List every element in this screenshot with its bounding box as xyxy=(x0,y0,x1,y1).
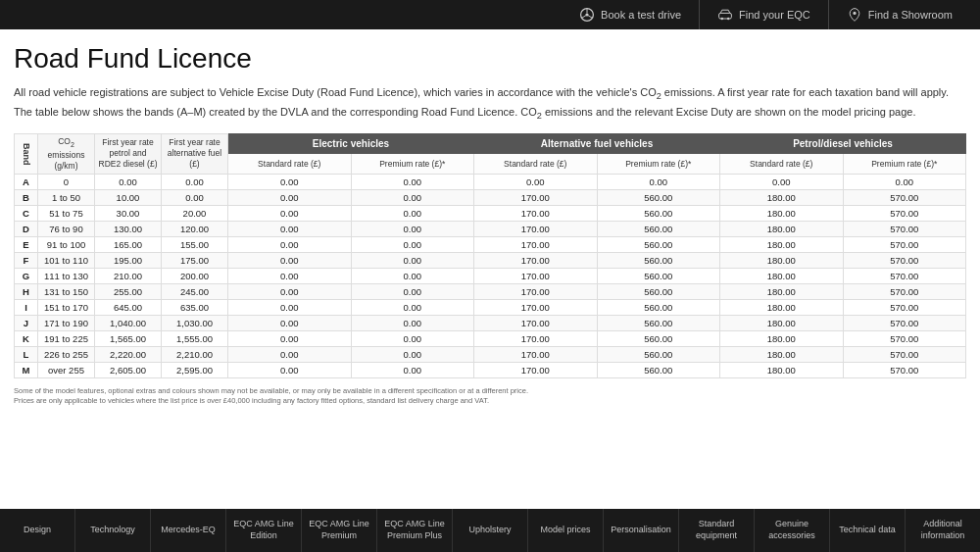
find-showroom-label: Find a Showroom xyxy=(868,9,953,21)
footer-note-2: Prices are only applicable to vehicles w… xyxy=(14,396,966,407)
ev-prem-rate-header: Premium rate (£)* xyxy=(351,154,474,175)
bottom-nav-model-prices[interactable]: Model prices xyxy=(528,509,604,552)
table-row: I151 to 170645.00635.000.000.00170.00560… xyxy=(15,299,966,315)
table-row: A00.000.000.000.000.000.000.000.00 xyxy=(15,174,966,189)
find-showroom-nav[interactable]: Find a Showroom xyxy=(828,0,970,29)
bottom-nav-upholstery[interactable]: Upholstery xyxy=(453,509,528,552)
table-row: D76 to 90130.00120.000.000.00170.00560.0… xyxy=(15,221,966,236)
top-navigation: Book a test drive Find your EQC Find a S… xyxy=(0,0,980,29)
table-row: G111 to 130210.00200.000.000.00170.00560… xyxy=(15,268,966,283)
bottom-nav-eqc-amg-edition[interactable]: EQC AMG Line Edition xyxy=(226,509,302,552)
table-row: L226 to 2552,220.002,210.000.000.00170.0… xyxy=(15,346,966,362)
svg-point-7 xyxy=(727,18,729,20)
table-row: K191 to 2251,565.001,555.000.000.00170.0… xyxy=(15,330,966,346)
alternative-group-header: Alternative fuel vehicles xyxy=(474,133,720,153)
svg-point-8 xyxy=(853,12,856,15)
book-test-drive-nav[interactable]: Book a test drive xyxy=(562,0,699,29)
pet-prem-rate-header: Premium rate (£)* xyxy=(843,154,966,175)
band-header: Band xyxy=(15,133,38,174)
co2-header: CO2 emissions (g/km) xyxy=(38,133,95,174)
table-row: C51 to 7530.0020.000.000.00170.00560.001… xyxy=(15,205,966,221)
steering-wheel-icon xyxy=(579,7,595,23)
tax-table-wrapper: Band CO2 emissions (g/km) First year rat… xyxy=(14,133,966,378)
main-content: Road Fund Licence All road vehicle regis… xyxy=(0,29,980,417)
road-fund-table: Band CO2 emissions (g/km) First year rat… xyxy=(14,133,966,378)
bottom-nav-eqc-amg-premium[interactable]: EQC AMG Line Premium xyxy=(302,509,377,552)
bottom-nav-standard-equipment[interactable]: Standard equipment xyxy=(679,509,755,552)
table-row: J171 to 1901,040.001,030.000.000.00170.0… xyxy=(15,315,966,330)
bottom-nav-additional-info[interactable]: Additional information xyxy=(906,509,980,552)
bottom-nav-technical-data[interactable]: Technical data xyxy=(830,509,906,552)
bottom-navigation: Design Technology Mercedes-EQ EQC AMG Li… xyxy=(0,509,980,552)
petrol-group-header: Petrol/diesel vehicles xyxy=(720,133,966,153)
first-year-alt-header: First year rate alternative fuel (£) xyxy=(162,133,228,174)
location-icon xyxy=(847,7,862,23)
svg-line-4 xyxy=(588,16,592,18)
electric-group-header: Electric vehicles xyxy=(228,133,474,153)
table-row: E91 to 100165.00155.000.000.00170.00560.… xyxy=(15,236,966,252)
find-eqc-label: Find your EQC xyxy=(739,9,810,21)
table-row: Mover 2552,605.002,595.000.000.00170.005… xyxy=(15,362,966,377)
table-row: B1 to 5010.000.000.000.00170.00560.00180… xyxy=(15,189,966,205)
svg-line-3 xyxy=(582,16,586,18)
bottom-nav-design[interactable]: Design xyxy=(0,509,75,552)
bottom-nav-genuine-accessories[interactable]: Genuine accessories xyxy=(755,509,830,552)
book-test-drive-label: Book a test drive xyxy=(601,9,681,21)
table-row: F101 to 110195.00175.000.000.00170.00560… xyxy=(15,252,966,268)
alt-prem-rate-header: Premium rate (£)* xyxy=(597,154,720,175)
table-row: H131 to 150255.00245.000.000.00170.00560… xyxy=(15,283,966,299)
svg-point-6 xyxy=(721,18,723,20)
find-eqc-nav[interactable]: Find your EQC xyxy=(699,0,828,29)
footer-note-1: Some of the model features, optional ext… xyxy=(14,386,966,397)
bottom-nav-technology[interactable]: Technology xyxy=(75,509,151,552)
page-title: Road Fund Licence xyxy=(14,43,966,75)
footer-notes: Some of the model features, optional ext… xyxy=(14,386,966,407)
car-icon xyxy=(717,7,733,23)
ev-std-rate-header: Standard rate (£) xyxy=(228,154,352,175)
bottom-nav-eqc-amg-premium-plus[interactable]: EQC AMG Line Premium Plus xyxy=(377,509,453,552)
first-year-petrol-header: First year rate petrol and RDE2 diesel (… xyxy=(95,133,162,174)
pet-std-rate-header: Standard rate (£) xyxy=(720,154,844,175)
bottom-nav-mercedes-eq[interactable]: Mercedes-EQ xyxy=(151,509,226,552)
intro-paragraph: All road vehicle registrations are subje… xyxy=(14,84,966,124)
bottom-nav-personalisation[interactable]: Personalisation xyxy=(604,509,679,552)
alt-std-rate-header: Standard rate (£) xyxy=(474,154,598,175)
svg-rect-5 xyxy=(719,13,732,19)
